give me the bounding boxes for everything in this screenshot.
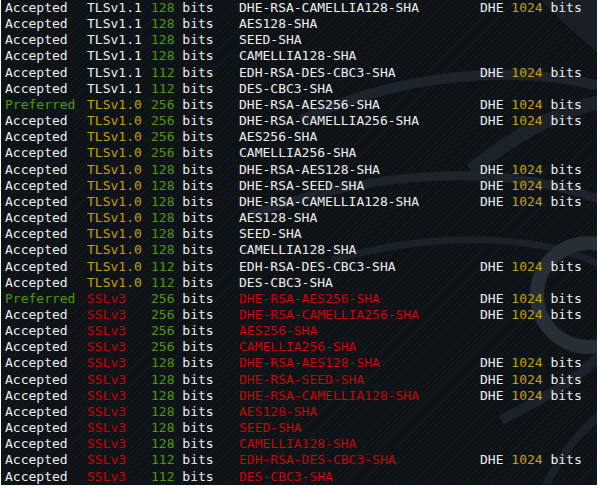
key-bits-unit: bits bbox=[174, 275, 213, 290]
cipher-name-cell: DES-CBC3-SHA bbox=[239, 275, 333, 291]
dhe-label: DHE bbox=[480, 291, 511, 306]
dhe-bits-unit: bits bbox=[543, 178, 582, 193]
status-cell: Accepted bbox=[5, 48, 68, 64]
dhe-keyexchange-cell: DHE 1024 bits bbox=[480, 388, 582, 404]
cipher-name-cell: EDH-RSA-DES-CBC3-SHA bbox=[239, 452, 396, 468]
key-bits-unit: bits bbox=[174, 291, 213, 306]
ssl-version-cell: SSLv3 bbox=[87, 291, 126, 307]
key-bits-value: 128 bbox=[151, 48, 174, 63]
cipher-result-list: AcceptedTLSv1.1128 bitsDHE-RSA-CAMELLIA1… bbox=[1, 0, 597, 485]
key-bits-unit: bits bbox=[174, 452, 213, 467]
status-cell: Accepted bbox=[5, 32, 68, 48]
status-cell: Accepted bbox=[5, 210, 68, 226]
dhe-label: DHE bbox=[480, 97, 511, 112]
key-bits-cell: 112 bits bbox=[151, 275, 214, 291]
cipher-row-26: AcceptedSSLv3128 bitsAES128-SHA bbox=[1, 404, 597, 420]
key-bits-value: 256 bbox=[151, 129, 174, 144]
cipher-row-15: AcceptedTLSv1.0128 bitsSEED-SHA bbox=[1, 226, 597, 242]
status-cell: Preferred bbox=[5, 97, 75, 113]
key-bits-value: 128 bbox=[151, 194, 174, 209]
status-cell: Accepted bbox=[5, 242, 68, 258]
dhe-bits-unit: bits bbox=[543, 372, 582, 387]
dhe-keyexchange-cell: DHE 1024 bits bbox=[480, 372, 582, 388]
status-cell: Accepted bbox=[5, 145, 68, 161]
status-cell: Accepted bbox=[5, 16, 68, 32]
cipher-row-10: AcceptedTLSv1.0256 bitsCAMELLIA256-SHA bbox=[1, 145, 597, 161]
dhe-label: DHE bbox=[480, 113, 511, 128]
key-bits-cell: 128 bits bbox=[151, 178, 214, 194]
dhe-bits-value: 1024 bbox=[511, 291, 542, 306]
cipher-row-20: AcceptedSSLv3256 bitsDHE-RSA-CAMELLIA256… bbox=[1, 307, 597, 323]
key-bits-value: 128 bbox=[151, 32, 174, 47]
cipher-row-12: AcceptedTLSv1.0128 bitsDHE-RSA-SEED-SHAD… bbox=[1, 178, 597, 194]
dhe-bits-unit: bits bbox=[543, 97, 582, 112]
cipher-row-3: AcceptedTLSv1.1128 bitsSEED-SHA bbox=[1, 32, 597, 48]
ssl-version-cell: SSLv3 bbox=[87, 307, 126, 323]
dhe-label: DHE bbox=[480, 259, 511, 274]
cipher-name-cell: CAMELLIA128-SHA bbox=[239, 436, 356, 452]
status-cell: Accepted bbox=[5, 178, 68, 194]
dhe-bits-unit: bits bbox=[543, 65, 582, 80]
cipher-name-cell: SEED-SHA bbox=[239, 32, 302, 48]
key-bits-cell: 128 bits bbox=[151, 436, 214, 452]
key-bits-value: 112 bbox=[151, 65, 174, 80]
dhe-label: DHE bbox=[480, 307, 511, 322]
status-cell: Accepted bbox=[5, 0, 68, 16]
key-bits-unit: bits bbox=[174, 48, 213, 63]
key-bits-unit: bits bbox=[174, 242, 213, 257]
cipher-row-4: AcceptedTLSv1.1128 bitsCAMELLIA128-SHA bbox=[1, 48, 597, 64]
cipher-row-21: AcceptedSSLv3256 bitsAES256-SHA bbox=[1, 323, 597, 339]
cipher-name-cell: AES128-SHA bbox=[239, 404, 317, 420]
dhe-bits-value: 1024 bbox=[511, 372, 542, 387]
key-bits-value: 128 bbox=[151, 16, 174, 31]
key-bits-value: 256 bbox=[151, 307, 174, 322]
ssl-version-cell: TLSv1.1 bbox=[87, 32, 142, 48]
dhe-label: DHE bbox=[480, 0, 511, 15]
key-bits-value: 128 bbox=[151, 178, 174, 193]
key-bits-cell: 256 bits bbox=[151, 145, 214, 161]
status-cell: Preferred bbox=[5, 291, 75, 307]
cipher-name-cell: AES256-SHA bbox=[239, 129, 317, 145]
cipher-row-23: AcceptedSSLv3128 bitsDHE-RSA-AES128-SHAD… bbox=[1, 355, 597, 371]
ssl-version-cell: TLSv1.0 bbox=[87, 113, 142, 129]
status-cell: Accepted bbox=[5, 372, 68, 388]
key-bits-value: 256 bbox=[151, 339, 174, 354]
cipher-row-5: AcceptedTLSv1.1112 bitsEDH-RSA-DES-CBC3-… bbox=[1, 65, 597, 81]
key-bits-cell: 128 bits bbox=[151, 372, 214, 388]
key-bits-value: 112 bbox=[151, 452, 174, 467]
key-bits-unit: bits bbox=[174, 16, 213, 31]
ssl-version-cell: SSLv3 bbox=[87, 420, 126, 436]
cipher-name-cell: CAMELLIA256-SHA bbox=[239, 339, 356, 355]
key-bits-unit: bits bbox=[174, 97, 213, 112]
ssl-version-cell: TLSv1.1 bbox=[87, 65, 142, 81]
dhe-bits-value: 1024 bbox=[511, 0, 542, 15]
key-bits-unit: bits bbox=[174, 81, 213, 96]
key-bits-cell: 256 bits bbox=[151, 339, 214, 355]
status-cell: Accepted bbox=[5, 275, 68, 291]
status-cell: Accepted bbox=[5, 129, 68, 145]
cipher-name-cell: EDH-RSA-DES-CBC3-SHA bbox=[239, 259, 396, 275]
key-bits-value: 112 bbox=[151, 275, 174, 290]
key-bits-value: 128 bbox=[151, 436, 174, 451]
dhe-bits-unit: bits bbox=[543, 0, 582, 15]
cipher-name-cell: SEED-SHA bbox=[239, 420, 302, 436]
key-bits-unit: bits bbox=[174, 65, 213, 80]
status-cell: Accepted bbox=[5, 113, 68, 129]
cipher-row-1: AcceptedTLSv1.1128 bitsDHE-RSA-CAMELLIA1… bbox=[1, 0, 597, 16]
key-bits-cell: 128 bits bbox=[151, 0, 214, 16]
ssl-version-cell: TLSv1.0 bbox=[87, 194, 142, 210]
dhe-bits-value: 1024 bbox=[511, 259, 542, 274]
cipher-row-8: AcceptedTLSv1.0256 bitsDHE-RSA-CAMELLIA2… bbox=[1, 113, 597, 129]
key-bits-value: 128 bbox=[151, 420, 174, 435]
cipher-name-cell: DHE-RSA-AES256-SHA bbox=[239, 97, 380, 113]
key-bits-value: 128 bbox=[151, 242, 174, 257]
cipher-name-cell: DHE-RSA-CAMELLIA128-SHA bbox=[239, 194, 419, 210]
key-bits-unit: bits bbox=[174, 420, 213, 435]
key-bits-cell: 128 bits bbox=[151, 420, 214, 436]
dhe-bits-unit: bits bbox=[543, 162, 582, 177]
status-cell: Accepted bbox=[5, 388, 68, 404]
dhe-bits-value: 1024 bbox=[511, 178, 542, 193]
key-bits-cell: 256 bits bbox=[151, 307, 214, 323]
ssl-version-cell: TLSv1.0 bbox=[87, 210, 142, 226]
key-bits-unit: bits bbox=[174, 436, 213, 451]
